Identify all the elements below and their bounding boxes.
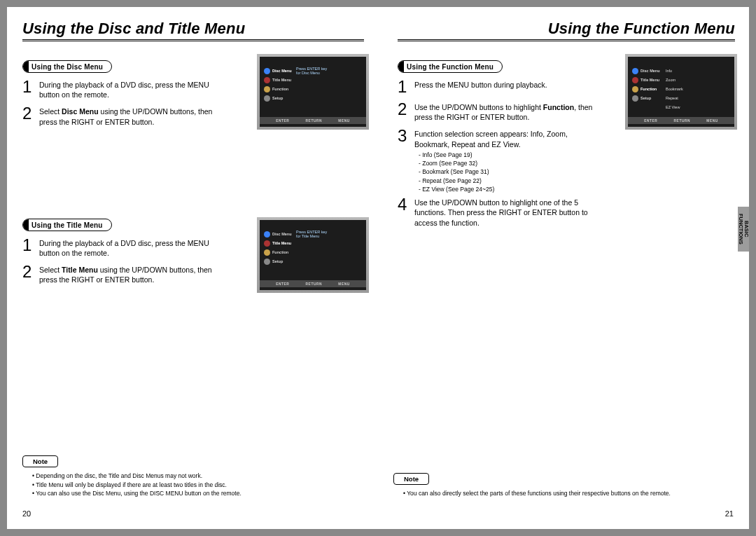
step-text: During the playback of a DVD disc, press…	[39, 80, 228, 99]
note-label: Note	[22, 455, 58, 467]
page-right: Using the Function Menu Using the Functi…	[378, 7, 749, 529]
left-content: Using the Disc Menu 1 During the playbac…	[22, 60, 364, 284]
title-rule	[398, 41, 735, 41]
title-icon	[632, 77, 638, 83]
page-number-right: 21	[725, 509, 734, 518]
step-number: 1	[22, 237, 39, 254]
note-bullet: You can also directly select the parts o…	[403, 489, 734, 498]
note-label: Note	[393, 473, 429, 485]
right-content: Using the Function Menu 1 Press the MENU…	[398, 60, 735, 228]
substep: - Zoom (See Page 32)	[419, 159, 735, 167]
substep: - EZ View (See Page 24~25)	[419, 185, 735, 193]
step-4-func: 4 Use the UP/DOWN button to highlight on…	[398, 198, 735, 228]
function-icon	[632, 86, 638, 92]
page-spread: Using the Disc and Title Menu Using the …	[7, 7, 749, 529]
note-bullets: You can also directly select the parts o…	[403, 489, 734, 498]
step-number: 1	[22, 78, 39, 95]
note-bullet: Depending on the disc, the Title and Dis…	[32, 472, 363, 481]
step-text: Use the UP/DOWN buttons to highlight Fun…	[414, 102, 603, 122]
side-tab-basic-functions: BASIC FUNCTIONS	[738, 207, 749, 252]
substeps: - Info (See Page 19) - Zoom (See Page 32…	[419, 151, 735, 194]
osd-screenshot-title: Disc MenuPress ENTER keyfor Title Menu T…	[257, 217, 369, 293]
step-text: Use the UP/DOWN button to highlight one …	[414, 198, 603, 228]
osd-screenshot-function: Disc MenuInfo Title MenuZoom FunctionBoo…	[625, 54, 737, 130]
step-text: Select Disc Menu using the UP/DOWN butto…	[39, 106, 228, 126]
function-icon	[264, 249, 270, 256]
disc-icon	[632, 68, 638, 74]
step-number: 3	[398, 128, 414, 144]
setup-icon	[264, 95, 270, 102]
section-label-disc: Using the Disc Menu	[22, 60, 112, 73]
step-number: 2	[22, 263, 39, 280]
substep: - Info (See Page 19)	[419, 151, 735, 159]
disc-icon	[264, 231, 270, 238]
title-icon	[264, 240, 270, 247]
note-bullet: You can also use the Disc Menu, using th…	[32, 489, 363, 498]
page-title-right: Using the Function Menu	[398, 20, 735, 38]
section-label-title: Using the Title Menu	[22, 219, 112, 231]
step-text: Press the MENU button during playback.	[414, 80, 547, 90]
note-bullet: Title Menu will only be displayed if the…	[32, 481, 363, 490]
page-title-left: Using the Disc and Title Menu	[22, 20, 364, 38]
substep: - Bookmark (See Page 31)	[419, 167, 735, 176]
step-3-func: 3 Function selection screen appears: Inf…	[398, 129, 735, 149]
section-label-function: Using the Function Menu	[398, 60, 503, 73]
note-section-left: Note Depending on the disc, the Title an…	[22, 454, 363, 498]
step-number: 4	[398, 196, 414, 213]
step-text: Select Title Menu using the UP/DOWN butt…	[39, 265, 228, 284]
substep: - Repeat (See Page 22)	[419, 177, 735, 185]
disc-icon	[264, 68, 270, 74]
step-number: 1	[398, 78, 414, 95]
step-number: 2	[22, 105, 39, 122]
setup-icon	[632, 95, 638, 102]
page-number-left: 20	[22, 509, 31, 518]
title-rule	[22, 41, 364, 41]
setup-icon	[264, 259, 270, 265]
step-text: Function selection screen appears: Info,…	[414, 129, 603, 149]
title-icon	[264, 77, 270, 83]
note-bullets: Depending on the disc, the Title and Dis…	[32, 472, 363, 498]
function-icon	[264, 86, 270, 92]
step-text: During the playback of a DVD disc, press…	[39, 238, 228, 258]
osd-screenshot-disc: Disc MenuPress ENTER keyfor Disc Menu Ti…	[257, 54, 369, 130]
step-number: 2	[398, 101, 414, 118]
page-left: Using the Disc and Title Menu Using the …	[7, 7, 378, 529]
note-section-right: Note You can also directly select the pa…	[393, 472, 734, 498]
